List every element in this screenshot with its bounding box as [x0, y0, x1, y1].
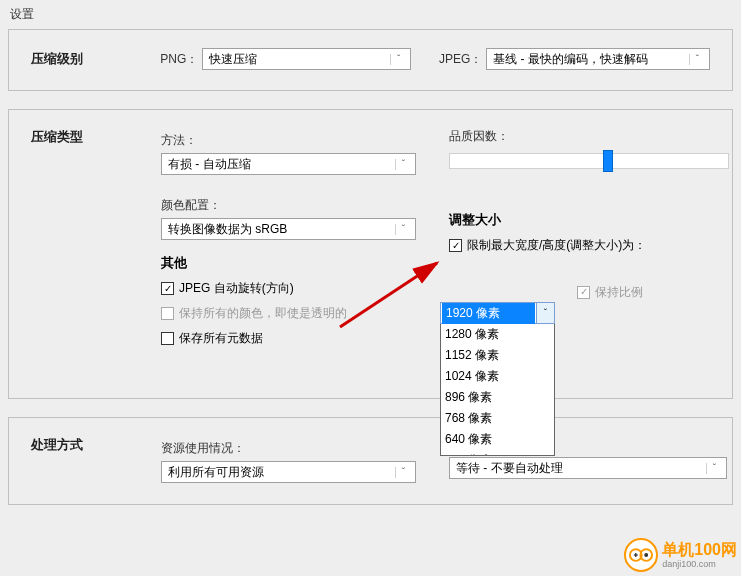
select-png-value: 快速压缩 — [209, 51, 257, 68]
checkbox-icon — [161, 307, 174, 320]
panel-processing: 处理方式 资源使用情况： 利用所有可用资源 ˇ 自动运行文件： 等待 - 不要自… — [8, 417, 733, 505]
select-jpeg[interactable]: 基线 - 最快的编码，快速解码 ˇ — [486, 48, 710, 70]
select-color[interactable]: 转换图像数据为 sRGB ˇ — [161, 218, 416, 240]
chevron-down-icon: ˇ — [395, 467, 411, 478]
dropdown-option[interactable]: 1024 像素 — [441, 366, 554, 387]
watermark-url: danji100.com — [662, 559, 737, 569]
dropdown-list[interactable]: 1280 像素 1152 像素 1024 像素 896 像素 768 像素 64… — [440, 324, 555, 456]
checkbox-keep-metadata-label: 保存所有元数据 — [179, 330, 263, 347]
slider-quality[interactable] — [449, 153, 729, 169]
watermark-logo-icon — [624, 538, 658, 572]
select-autorun-value: 等待 - 不要自动处理 — [456, 460, 563, 477]
heading-resize: 调整大小 — [449, 211, 729, 229]
checkbox-icon: ✓ — [161, 282, 174, 295]
chevron-down-icon: ˇ — [706, 463, 722, 474]
panel-compression-level: 压缩级别 PNG： 快速压缩 ˇ JPEG： 基线 - 最快的编码，快速解码 ˇ — [8, 29, 733, 91]
label-resource: 资源使用情况： — [161, 440, 421, 457]
heading-other: 其他 — [161, 254, 421, 272]
label-quality: 品质因数： — [449, 128, 729, 145]
checkbox-keep-ratio: ✓ 保持比例 — [577, 284, 643, 301]
dropdown-option[interactable]: 640 像素 — [441, 429, 554, 450]
select-method-value: 有损 - 自动压缩 — [168, 156, 251, 173]
checkbox-keep-ratio-label: 保持比例 — [595, 284, 643, 301]
checkbox-limit-size-label: 限制最大宽度/高度(调整大小)为： — [467, 237, 646, 254]
checkbox-limit-size[interactable]: ✓ 限制最大宽度/高度(调整大小)为： — [449, 237, 646, 254]
select-jpeg-value: 基线 - 最快的编码，快速解码 — [493, 51, 648, 68]
select-autorun[interactable]: 等待 - 不要自动处理 ˇ — [449, 457, 727, 479]
label-jpeg: JPEG： — [439, 51, 482, 68]
watermark: 单机100网 danji100.com — [624, 538, 737, 572]
chevron-down-icon: ˇ — [390, 54, 406, 65]
select-resource[interactable]: 利用所有可用资源 ˇ — [161, 461, 416, 483]
dropdown-option[interactable]: 1152 像素 — [441, 345, 554, 366]
label-processing: 处理方式 — [31, 436, 161, 454]
checkbox-jpeg-autorotate[interactable]: ✓ JPEG 自动旋转(方向) — [161, 280, 421, 297]
checkbox-keep-colors-label: 保持所有的颜色，即使是透明的 — [179, 305, 347, 322]
svg-point-3 — [645, 553, 649, 557]
select-method[interactable]: 有损 - 自动压缩 ˇ — [161, 153, 416, 175]
checkbox-icon — [161, 332, 174, 345]
label-method: 方法： — [161, 132, 421, 149]
label-compression-type: 压缩类型 — [31, 128, 161, 146]
dropdown-option[interactable]: 768 像素 — [441, 408, 554, 429]
label-color: 颜色配置： — [161, 197, 421, 214]
checkbox-keep-metadata[interactable]: 保存所有元数据 — [161, 330, 421, 347]
watermark-brand: 单机100网 — [662, 541, 737, 559]
chevron-down-icon: ˇ — [395, 224, 411, 235]
chevron-down-icon: ˇ — [689, 54, 705, 65]
dropdown-selected-value: 1920 像素 — [442, 303, 535, 324]
label-png: PNG： — [160, 51, 198, 68]
select-color-value: 转换图像数据为 sRGB — [168, 221, 287, 238]
dropdown-option[interactable]: 896 像素 — [441, 387, 554, 408]
select-png[interactable]: 快速压缩 ˇ — [202, 48, 411, 70]
checkbox-keep-colors: 保持所有的颜色，即使是透明的 — [161, 305, 421, 322]
page-title: 设置 — [8, 0, 733, 29]
checkbox-icon: ✓ — [577, 286, 590, 299]
checkbox-icon: ✓ — [449, 239, 462, 252]
dropdown-resize-size[interactable]: 1920 像素 ˇ 1280 像素 1152 像素 1024 像素 896 像素… — [440, 302, 555, 456]
label-compression-level: 压缩级别 — [31, 50, 160, 68]
dropdown-option[interactable]: 1280 像素 — [441, 324, 554, 345]
slider-thumb[interactable] — [603, 150, 613, 172]
select-resource-value: 利用所有可用资源 — [168, 464, 264, 481]
dropdown-selected[interactable]: 1920 像素 ˇ — [440, 302, 555, 324]
checkbox-jpeg-autorotate-label: JPEG 自动旋转(方向) — [179, 280, 294, 297]
chevron-down-icon[interactable]: ˇ — [536, 303, 554, 323]
dropdown-option[interactable]: 512 像素 — [441, 450, 554, 456]
chevron-down-icon: ˇ — [395, 159, 411, 170]
panel-compression-type: 压缩类型 方法： 有损 - 自动压缩 ˇ 颜色配置： 转换图像数据为 sRGB … — [8, 109, 733, 399]
